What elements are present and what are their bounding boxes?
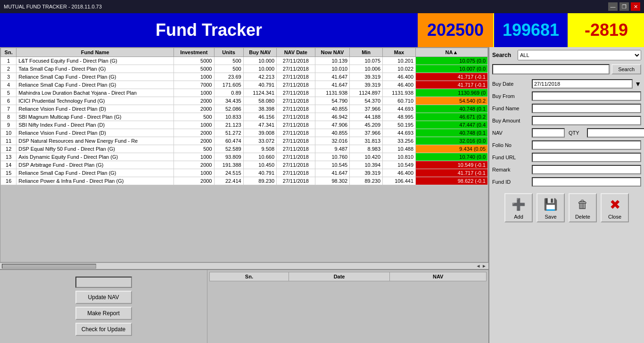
table-cell: 54.790 xyxy=(315,97,350,105)
table-cell: 2 xyxy=(1,65,17,73)
table-cell: 54.540 (0.2 xyxy=(416,97,488,105)
table-cell: 41.647 xyxy=(315,81,350,89)
check-for-update-button[interactable]: Check for Update xyxy=(75,323,132,336)
table-cell: 27/11/2018 xyxy=(277,65,315,73)
table-cell: 46.156 xyxy=(243,113,276,121)
table-cell: 8.983 xyxy=(350,145,383,153)
table-row[interactable]: 7Reliance Vision Fund - Direct Plan (D)2… xyxy=(1,105,488,113)
table-row[interactable]: 5Mahindra Low Duration Bachat Yojana - D… xyxy=(1,89,488,97)
table-cell: 27/11/2018 xyxy=(277,113,315,121)
table-cell: 31.813 xyxy=(350,137,383,145)
table-row[interactable]: 6ICICI Prudential Technology Fund (G)200… xyxy=(1,97,488,105)
table-cell: 93.809 xyxy=(214,153,243,161)
table-cell: 7 xyxy=(1,105,17,113)
table-cell: 48.995 xyxy=(383,113,416,121)
fund-name-input[interactable] xyxy=(532,104,641,113)
table-cell: 42.213 xyxy=(243,73,276,81)
table-cell: 40.748 (0.1 xyxy=(416,129,488,137)
table-cell: Axis Dynamic Equity Fund - Direct Plan (… xyxy=(17,153,174,161)
table-row[interactable]: 15Reliance Small Cap Fund - Direct Plan … xyxy=(1,169,488,177)
save-button[interactable]: 💾 Save xyxy=(537,193,565,222)
buy-from-row: Buy From xyxy=(492,91,641,101)
search-category-select[interactable]: ALL Fund Name Folio No xyxy=(518,50,641,60)
buy-from-input[interactable] xyxy=(532,91,641,101)
table-cell: 12 xyxy=(1,145,17,153)
table-cell: 500 xyxy=(214,65,243,73)
table-row[interactable]: 10Reliance Vision Fund - Direct Plan (D)… xyxy=(1,129,488,137)
table-cell: Reliance Vision Fund - Direct Plan (D) xyxy=(17,129,174,137)
fund-id-input[interactable] xyxy=(532,177,641,187)
mini-table-wrapper[interactable]: Sn. Date NAV xyxy=(209,272,487,341)
nav-input[interactable] xyxy=(532,128,565,138)
col-buy-nav: Buy NAV xyxy=(243,48,276,57)
mini-col-sn: Sn. xyxy=(210,272,289,281)
table-cell: 13 xyxy=(1,153,17,161)
close-button[interactable]: ✖ Close xyxy=(601,193,629,222)
table-row[interactable]: 8SBI Magnum Multicap Fund - Direct Plan … xyxy=(1,113,488,121)
table-row[interactable]: 9SBI Nifty Index Fund - Direct Plan (D)1… xyxy=(1,121,488,129)
table-cell: 9.487 xyxy=(315,145,350,153)
nav-label: NAV xyxy=(492,130,530,136)
table-row[interactable]: 12DSP Equal Nifty 50 Fund - Direct Plan … xyxy=(1,145,488,153)
table-cell: 27/11/2018 xyxy=(277,137,315,145)
delete-button[interactable]: 🗑 Delete xyxy=(569,193,597,222)
crud-action-row: ➕ Add 💾 Save 🗑 Delete ✖ Close xyxy=(492,193,641,222)
mini-col-nav: NAV xyxy=(390,272,487,281)
table-cell: SBI Magnum Multicap Fund - Direct Plan (… xyxy=(17,113,174,121)
table-cell: L&T Focused Equity Fund - Direct Plan (G… xyxy=(17,57,174,65)
bottom-input-field[interactable] xyxy=(75,277,132,288)
minimize-button[interactable]: — xyxy=(608,2,618,11)
buy-date-input[interactable] xyxy=(532,79,633,89)
table-row[interactable]: 14DSP Arbitrage Fund - Direct Plan (G)20… xyxy=(1,161,488,169)
close-window-button[interactable]: ✕ xyxy=(631,2,640,11)
folio-no-input[interactable] xyxy=(532,140,641,150)
make-report-button[interactable]: Make Report xyxy=(75,307,132,320)
table-row[interactable]: 11DSP Natural Resources and New Energy F… xyxy=(1,137,488,145)
table-cell: 171.605 xyxy=(214,81,243,89)
table-cell: DSP Natural Resources and New Energy Fun… xyxy=(17,137,174,145)
search-text-input[interactable] xyxy=(492,64,610,74)
table-row[interactable]: 4Reliance Small Cap Fund - Direct Plan (… xyxy=(1,81,488,89)
buy-amount-label: Buy Amount xyxy=(492,118,530,123)
table-cell: 27/11/2018 xyxy=(277,121,315,129)
table-row[interactable]: 16Reliance Power & Infra Fund - Direct P… xyxy=(1,177,488,185)
table-cell: 21.123 xyxy=(214,121,243,129)
col-sn: Sn. xyxy=(1,48,17,57)
qty-label: QTY xyxy=(569,130,585,136)
table-row[interactable]: 2Tata Small Cap Fund - Direct Plan (G)50… xyxy=(1,65,488,73)
left-panel: Sn. Fund Name Investment Units Buy NAV N… xyxy=(0,47,488,343)
folio-no-label: Folio No xyxy=(492,142,530,148)
table-cell: 45.209 xyxy=(350,121,383,129)
add-button[interactable]: ➕ Add xyxy=(504,193,533,222)
maximize-button[interactable]: ❐ xyxy=(619,2,629,11)
table-cell: 38.398 xyxy=(243,105,276,113)
table-cell: 1000 xyxy=(174,89,214,97)
table-cell: 10.545 xyxy=(315,161,350,169)
remark-input[interactable] xyxy=(532,165,641,174)
search-label: Search xyxy=(492,52,516,58)
date-dropdown-icon[interactable]: ▼ xyxy=(635,80,641,88)
search-button[interactable]: Search xyxy=(611,64,641,74)
buy-amount-input[interactable] xyxy=(532,116,641,125)
update-nav-button[interactable]: Update NAV xyxy=(75,291,132,304)
bottom-panel: Update NAV Make Report Check for Update … xyxy=(0,269,488,343)
table-row[interactable]: 13Axis Dynamic Equity Fund - Direct Plan… xyxy=(1,153,488,161)
mini-col-date: Date xyxy=(289,272,390,281)
fund-table-wrapper[interactable]: Sn. Fund Name Investment Units Buy NAV N… xyxy=(0,47,488,262)
nav-history-table: Sn. Date NAV xyxy=(209,272,487,281)
table-row[interactable]: 3Reliance Small Cap Fund - Direct Plan (… xyxy=(1,73,488,81)
fund-url-input[interactable] xyxy=(532,153,641,162)
total-investment-stat: 202500 xyxy=(418,13,493,47)
qty-input[interactable] xyxy=(587,128,644,138)
table-row[interactable]: 1L&T Focused Equity Fund - Direct Plan (… xyxy=(1,57,488,65)
fund-id-row: Fund ID xyxy=(492,177,641,187)
table-cell: 1131.938 xyxy=(315,89,350,97)
window-controls: — ❐ ✕ xyxy=(608,2,640,11)
buy-amount-row: Buy Amount xyxy=(492,116,641,125)
table-cell: 32.016 xyxy=(315,137,350,145)
col-now-nav: Now NAV xyxy=(315,48,350,57)
table-cell: 10.549 (-0.1 xyxy=(416,161,488,169)
table-cell: 1000 xyxy=(174,153,214,161)
table-cell: SBI Nifty Index Fund - Direct Plan (D) xyxy=(17,121,174,129)
buy-date-label: Buy Date xyxy=(492,81,530,87)
